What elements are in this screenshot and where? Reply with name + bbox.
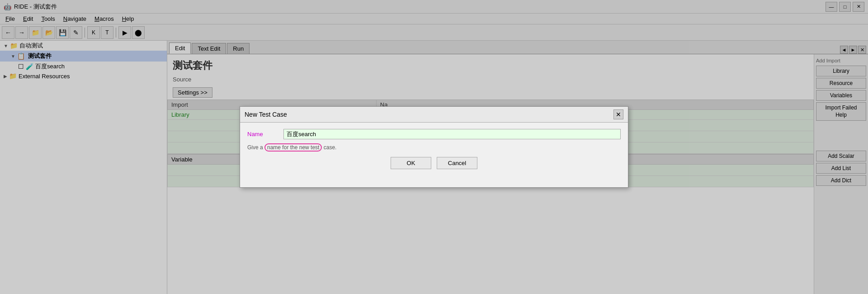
modal-hint-give: Give a (247, 144, 264, 151)
modal-overlay: New Test Case ✕ Name Give a name for the… (0, 0, 868, 294)
modal-cancel-button[interactable]: Cancel (437, 157, 477, 169)
modal-name-input[interactable] (283, 129, 621, 139)
modal-hint-highlighted: name for the new test (264, 143, 322, 152)
modal-body: Name Give a name for the new test case. … (240, 123, 628, 175)
modal-title-bar: New Test Case ✕ (240, 107, 628, 123)
modal-close-button[interactable]: ✕ (613, 109, 623, 119)
modal-name-label: Name (247, 131, 279, 138)
modal-hint-case: case. (322, 144, 336, 151)
modal-ok-button[interactable]: OK (391, 157, 431, 169)
modal-title: New Test Case (245, 111, 287, 118)
new-test-case-dialog: New Test Case ✕ Name Give a name for the… (240, 106, 628, 188)
modal-hint-wrapper: Give a name for the new test case. (247, 144, 621, 151)
modal-buttons: OK Cancel (247, 157, 621, 169)
modal-name-row: Name (247, 129, 621, 139)
